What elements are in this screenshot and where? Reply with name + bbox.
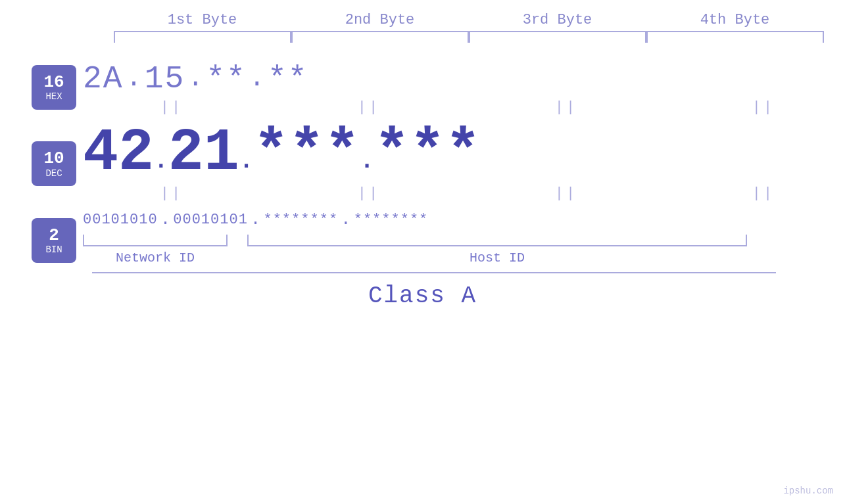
bottom-brackets	[83, 235, 845, 246]
dec-dot-3: .	[360, 150, 374, 173]
bin-dot-1: .	[160, 210, 171, 229]
byte-header-1: 1st Byte	[114, 12, 291, 28]
base-labels: 16 HEX 10 DEC 2 BIN	[32, 56, 76, 265]
eq2-2: ||	[280, 185, 458, 202]
top-bracket-2	[291, 31, 469, 43]
dec-val-2: 21	[168, 124, 239, 183]
bin-dot-2: .	[251, 210, 261, 229]
top-brackets	[22, 31, 824, 43]
dec-row: 42 . 21 . *** . ***	[83, 124, 845, 183]
class-label: Class A	[368, 283, 477, 309]
hex-badge: 16 HEX	[32, 65, 76, 110]
byte-header-4: 4th Byte	[646, 12, 824, 28]
hex-dot-2: .	[187, 66, 203, 92]
eq-1: ||	[83, 99, 260, 116]
bin-dot-3: .	[341, 210, 351, 229]
eq-4: ||	[675, 99, 845, 116]
hex-val-1: 2A	[83, 61, 124, 97]
top-bracket-1	[114, 31, 291, 43]
top-bracket-4	[646, 31, 824, 43]
bin-val-1: 00101010	[83, 212, 158, 228]
host-id-label: Host ID	[247, 250, 747, 265]
host-bracket	[247, 235, 747, 246]
equals-row-1: || || || ||	[83, 99, 845, 116]
dec-val-3: ***	[253, 124, 360, 183]
byte-header-3: 3rd Byte	[469, 12, 646, 28]
id-labels: Network ID Host ID	[83, 250, 845, 265]
bin-row: 00101010 . 00010101 . ******** . *******…	[83, 210, 845, 229]
eq-3: ||	[477, 99, 655, 116]
top-bracket-3	[469, 31, 646, 43]
dec-dot-2: .	[239, 150, 254, 173]
hex-num: 16	[43, 73, 64, 92]
main-container: 1st Byte 2nd Byte 3rd Byte 4th Byte 16 H…	[0, 0, 845, 504]
dec-badge: 10 DEC	[32, 141, 76, 186]
bin-val-3: ********	[263, 212, 338, 228]
eq2-3: ||	[477, 185, 655, 202]
network-id-label: Network ID	[83, 250, 228, 265]
dec-name: DEC	[45, 168, 62, 179]
eq2-1: ||	[83, 185, 260, 202]
data-rows: 2A . 15 . ** . ** || || || || 42	[83, 56, 845, 265]
watermark: ipshu.com	[783, 486, 833, 496]
eq2-4: ||	[675, 185, 845, 202]
class-bracket-line	[92, 272, 776, 273]
byte-headers: 1st Byte 2nd Byte 3rd Byte 4th Byte	[0, 0, 845, 28]
bin-badge: 2 BIN	[32, 218, 76, 263]
hex-val-3: **	[206, 61, 247, 97]
hex-val-4: **	[268, 61, 308, 97]
hex-dot-1: .	[126, 66, 142, 92]
class-label-area: Class A	[0, 272, 845, 309]
eq-2: ||	[280, 99, 458, 116]
hex-row: 2A . 15 . ** . **	[83, 61, 845, 97]
dec-val-1: 42	[83, 124, 154, 183]
dec-val-4: ***	[374, 124, 481, 183]
bin-num: 2	[49, 226, 59, 245]
hex-name: HEX	[45, 91, 62, 102]
bin-val-4: ********	[354, 212, 429, 228]
equals-row-2: || || || ||	[83, 185, 845, 202]
byte-header-2: 2nd Byte	[291, 12, 469, 28]
hex-val-2: 15	[145, 61, 185, 97]
dec-dot-1: .	[154, 150, 168, 173]
network-bracket	[83, 235, 228, 246]
bin-val-2: 00010101	[173, 212, 248, 228]
hex-dot-3: .	[249, 66, 265, 92]
dec-num: 10	[43, 149, 64, 168]
content-area: 16 HEX 10 DEC 2 BIN 2A . 15 . ** . **	[0, 56, 845, 265]
bin-name: BIN	[45, 244, 62, 255]
